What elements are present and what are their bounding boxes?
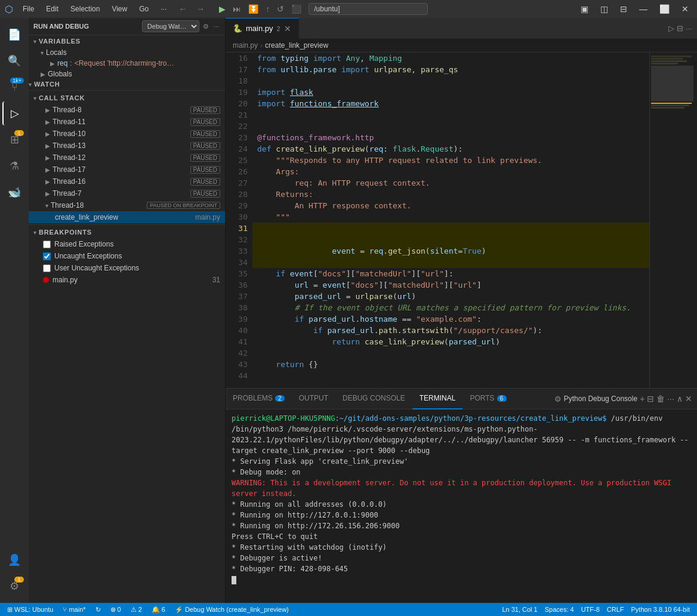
debug-step-over-button[interactable]: ⏭ xyxy=(230,3,243,15)
thread-13-item[interactable]: ▶ Thread-13 PAUSED xyxy=(29,140,225,152)
bell-icon: 🔔 xyxy=(152,606,160,614)
req-variable[interactable]: ▶ req : <Request 'http://charming-tro… xyxy=(29,58,225,69)
notifications-indicator[interactable]: 🔔 6 xyxy=(149,606,168,614)
menu-go[interactable]: Go xyxy=(134,4,153,14)
activity-docker[interactable]: 🐋 xyxy=(2,180,26,204)
thread-18-frame[interactable]: create_link_preview main.py xyxy=(29,211,225,223)
user-uncaught-checkbox[interactable] xyxy=(43,264,51,272)
tab-terminal[interactable]: TERMINAL xyxy=(412,389,463,409)
encoding[interactable]: UTF-8 xyxy=(579,606,602,613)
activity-accounts[interactable]: 👤 xyxy=(2,548,26,572)
variables-header[interactable]: ▾ VARIABLES xyxy=(29,35,225,47)
window-panel-button[interactable]: ⊟ xyxy=(616,3,631,15)
cursor-position[interactable]: Ln 31, Col 1 xyxy=(499,606,539,613)
indentation[interactable]: Spaces: 4 xyxy=(542,606,576,613)
window-editors-button[interactable]: ◫ xyxy=(597,3,612,15)
thread-16-arrow-icon: ▶ xyxy=(45,178,50,185)
raised-exceptions-item[interactable]: Raised Exceptions xyxy=(29,238,225,250)
warnings-indicator[interactable]: ⚠ 2 xyxy=(128,606,144,614)
debug-indicator[interactable]: ⚡ Debug Watch (create_link_preview) xyxy=(172,606,291,614)
terminal-content[interactable]: pierrick@LAPTOP-HKU5PNNG:~/git/add-ons-s… xyxy=(226,409,697,603)
locals-group[interactable]: ▾ Locals xyxy=(29,47,225,58)
debug-more-button[interactable]: ··· xyxy=(212,21,220,31)
thread-16-item[interactable]: ▶ Thread-16 PAUSED xyxy=(29,175,225,187)
nav-back-button[interactable]: ← xyxy=(176,3,189,15)
code-line-21 xyxy=(252,109,649,121)
breadcrumb-function[interactable]: create_link_preview xyxy=(265,41,328,50)
debug-restart-button[interactable]: ↺ xyxy=(275,3,286,15)
activity-source-control[interactable]: ⑂ 1k+ xyxy=(2,75,26,99)
main-py-tab-label: main.py xyxy=(246,24,273,33)
thread-7-arrow-icon: ▶ xyxy=(45,190,50,197)
code-content[interactable]: from typing import Any, Mapping from url… xyxy=(252,53,649,388)
main-py-tab[interactable]: 🐍 main.py 2 ✕ xyxy=(226,18,299,39)
kill-terminal-button[interactable]: 🗑 xyxy=(656,394,665,404)
debug-play-button[interactable]: ▶ xyxy=(217,3,228,15)
line-ending[interactable]: CRLF xyxy=(605,606,627,613)
tab-ports[interactable]: PORTS 6 xyxy=(462,389,513,409)
globals-group[interactable]: ▶ Globals xyxy=(29,69,225,79)
thread-10-item[interactable]: ▶ Thread-10 PAUSED xyxy=(29,128,225,140)
call-stack-header[interactable]: ▾ CALL STACK xyxy=(29,92,225,104)
panel-maximize-button[interactable]: ∧ xyxy=(677,394,683,404)
panel-close-button[interactable]: ✕ xyxy=(685,394,692,404)
close-button[interactable]: ✕ xyxy=(678,3,692,15)
activity-explorer[interactable]: 📄 xyxy=(2,23,26,47)
thread-11-item[interactable]: ▶ Thread-11 PAUSED xyxy=(29,116,225,128)
debug-step-into-button[interactable]: ⏬ xyxy=(246,3,261,15)
line-ending-label: CRLF xyxy=(607,606,624,613)
wsl-indicator[interactable]: ⊞ WSL: Ubuntu xyxy=(5,606,55,614)
tab-close-icon[interactable]: ✕ xyxy=(284,24,291,33)
activity-run-debug[interactable]: ▷ xyxy=(2,101,26,125)
search-input[interactable] xyxy=(309,3,428,15)
tab-output[interactable]: OUTPUT xyxy=(292,389,335,409)
tab-debug-console[interactable]: DEBUG CONSOLE xyxy=(335,389,412,409)
new-terminal-button[interactable]: + xyxy=(640,394,644,404)
menu-selection[interactable]: Selection xyxy=(66,4,104,14)
tab-problems[interactable]: PROBLEMS 2 xyxy=(226,389,292,409)
run-file-button[interactable]: ▷ xyxy=(668,24,674,33)
wsl-label: WSL: Ubuntu xyxy=(14,606,53,613)
error-icon: ⊗ xyxy=(110,606,116,614)
activity-search[interactable]: 🔍 xyxy=(2,49,26,73)
window-layout-button[interactable]: ▣ xyxy=(577,3,592,15)
activity-extensions[interactable]: ⊞ 1 xyxy=(2,128,26,152)
main-py-breakpoint-item[interactable]: main.py 31 xyxy=(29,274,225,286)
editor-more-button[interactable]: ··· xyxy=(686,24,692,33)
explorer-icon: 📄 xyxy=(8,28,21,41)
maximize-button[interactable]: ⬜ xyxy=(656,3,673,15)
watch-header[interactable]: ▾ WATCH xyxy=(29,79,225,89)
menu-more[interactable]: ··· xyxy=(156,4,171,14)
menu-view[interactable]: View xyxy=(107,4,132,14)
menu-file[interactable]: File xyxy=(18,4,39,14)
debug-step-out-button[interactable]: ↑ xyxy=(263,3,272,15)
minimize-button[interactable]: — xyxy=(636,3,651,15)
debug-stop-button[interactable]: ⬛ xyxy=(289,3,304,15)
menu-edit[interactable]: Edit xyxy=(41,4,63,14)
breakpoints-header[interactable]: ▾ BREAKPOINTS xyxy=(29,226,225,238)
branch-indicator[interactable]: ⑂ main* xyxy=(60,606,88,613)
user-uncaught-exceptions-item[interactable]: User Uncaught Exceptions xyxy=(29,262,225,274)
panel-more-button[interactable]: ··· xyxy=(667,394,674,404)
sync-indicator[interactable]: ↻ xyxy=(93,606,103,614)
breadcrumb-file[interactable]: main.py xyxy=(233,41,258,50)
thread-12-item[interactable]: ▶ Thread-12 PAUSED xyxy=(29,152,225,164)
uncaught-exceptions-item[interactable]: Uncaught Exceptions xyxy=(29,250,225,262)
debug-start-button[interactable]: ⚙ xyxy=(202,21,210,32)
thread-8-item[interactable]: ▶ Thread-8 PAUSED xyxy=(29,104,225,116)
nav-forward-button[interactable]: → xyxy=(194,3,207,15)
split-terminal-button[interactable]: ⊟ xyxy=(647,394,654,404)
activity-settings[interactable]: ⚙ 1 xyxy=(2,574,26,598)
activity-testing[interactable]: ⚗ xyxy=(2,154,26,178)
raised-exceptions-checkbox[interactable] xyxy=(43,241,51,248)
debug-config-select[interactable]: Debug Wat… xyxy=(142,20,199,32)
split-editor-button[interactable]: ⊟ xyxy=(677,24,683,33)
errors-indicator[interactable]: ⊗ 0 xyxy=(108,606,124,614)
req-key: req xyxy=(57,59,67,67)
debug-console-label: DEBUG CONSOLE xyxy=(343,394,405,402)
thread-17-item[interactable]: ▶ Thread-17 PAUSED xyxy=(29,164,225,175)
thread-18-item[interactable]: ▾ Thread-18 PAUSED ON BREAKPOINT xyxy=(29,199,225,211)
uncaught-exceptions-checkbox[interactable] xyxy=(43,252,51,260)
python-version[interactable]: Python 3.8.10 64-bit xyxy=(629,606,692,613)
thread-7-item[interactable]: ▶ Thread-7 PAUSED xyxy=(29,187,225,199)
